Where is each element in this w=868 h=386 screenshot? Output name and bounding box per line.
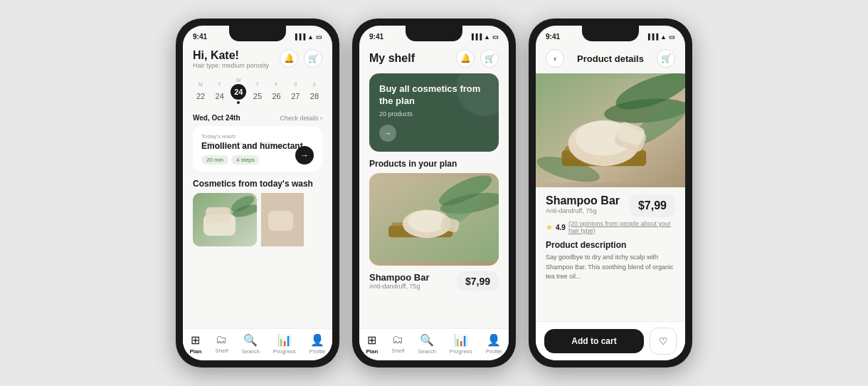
phone3-header: ‹ Product details 🛒 bbox=[536, 43, 685, 73]
product-detail-content: Shampoo Bar Anti-dandruff, 75g $7,99 ★ 4… bbox=[536, 187, 685, 321]
wishlist-button[interactable]: ♡ bbox=[650, 328, 677, 355]
progress-icon-1: 📊 bbox=[277, 333, 292, 347]
wash-arrow-button[interactable]: → bbox=[295, 146, 314, 165]
product-subtitle-2: Anti-dandruff, 75g bbox=[369, 283, 430, 290]
cal-day-thu[interactable]: T 25 bbox=[250, 82, 265, 104]
cal-day-fri[interactable]: F 26 bbox=[269, 82, 285, 104]
nav-plan-2[interactable]: ⊞ Plan bbox=[366, 333, 378, 355]
phone-1-content: Hi, Kate! Hair type: medium porosity 🔔 🛒… bbox=[183, 43, 332, 328]
phones-container: 9:41 ▐▐▐ ▲ ▭ Hi, Kate! Hair type: medium… bbox=[176, 19, 692, 367]
description-title: Product description bbox=[546, 240, 675, 250]
nav-profile-2[interactable]: 👤 Profile bbox=[486, 333, 502, 355]
phone-notch-2 bbox=[406, 26, 462, 41]
cosmetic-image-1[interactable] bbox=[193, 193, 257, 246]
wifi-icon-3: ▲ bbox=[660, 33, 667, 41]
shelf-icon-1: 🗂 bbox=[216, 333, 227, 346]
product-subtitle-3: Anti-dandruff, 75g bbox=[546, 207, 620, 214]
cal-day-sat[interactable]: S 27 bbox=[287, 82, 303, 104]
phone-3: 9:41 ▐▐▐ ▲ ▭ ‹ Product details 🛒 bbox=[529, 19, 692, 367]
status-icons-2: ▐▐▐ ▲ ▭ bbox=[470, 33, 499, 41]
phone-2: 9:41 ▐▐▐ ▲ ▭ My shelf 🔔 🛒 bbox=[352, 19, 516, 367]
cosmetic-image-2[interactable] bbox=[261, 193, 304, 246]
rating-link[interactable]: (20 opinions from people about your hair… bbox=[568, 220, 675, 234]
greeting-block: Hi, Kate! Hair type: medium porosity bbox=[193, 49, 269, 69]
cosmetics-section-title: Cosmetics from today's wash bbox=[183, 172, 332, 193]
phone-1: 9:41 ▐▐▐ ▲ ▭ Hi, Kate! Hair type: medium… bbox=[176, 19, 339, 367]
green-banner[interactable]: Buy all cosmetics from the plan 20 produ… bbox=[369, 73, 499, 152]
phone1-header: Hi, Kate! Hair type: medium porosity 🔔 🛒 bbox=[183, 43, 332, 73]
rating-number: 4.9 bbox=[556, 224, 566, 231]
calendar-days: M 22 T 24 W 24 T bbox=[193, 78, 322, 104]
phone2-header: My shelf 🔔 🛒 bbox=[359, 43, 509, 73]
date-header: Wed, Oct 24th Check details › bbox=[183, 108, 332, 126]
cart-button[interactable]: 🛒 bbox=[304, 49, 322, 68]
nav-search-2[interactable]: 🔍 Search bbox=[418, 333, 436, 355]
battery-icon-1: ▭ bbox=[316, 33, 322, 41]
product-card-2: Shampoo Bar Anti-dandruff, 75g $7,99 bbox=[359, 173, 509, 291]
nav-search-1[interactable]: 🔍 Search bbox=[242, 333, 260, 355]
products-section-title: Products in your plan bbox=[359, 152, 509, 173]
back-button[interactable]: ‹ bbox=[546, 49, 564, 68]
product-name-price-row: Shampoo Bar Anti-dandruff, 75g $7,99 bbox=[546, 194, 675, 217]
plan-label-1: Plan bbox=[189, 348, 201, 355]
signal-icon-3: ▐▐▐ bbox=[646, 33, 658, 40]
cal-day-wed[interactable]: W 24 bbox=[231, 78, 246, 104]
phone-1-screen: 9:41 ▐▐▐ ▲ ▭ Hi, Kate! Hair type: medium… bbox=[183, 26, 332, 360]
nav-progress-2[interactable]: 📊 Progress bbox=[450, 333, 472, 355]
nav-profile-1[interactable]: 👤 Profile bbox=[309, 333, 326, 355]
add-to-cart-bar: Add to cart ♡ bbox=[536, 321, 685, 360]
wifi-icon-2: ▲ bbox=[484, 33, 490, 41]
cart-button-3[interactable]: 🛒 bbox=[657, 49, 675, 68]
plan-label-2: Plan bbox=[366, 348, 378, 355]
product-price-box: $7,99 bbox=[630, 194, 675, 217]
cal-day-tue[interactable]: T 24 bbox=[212, 82, 228, 104]
cal-day-sun[interactable]: S 28 bbox=[307, 82, 322, 104]
cal-day-mon[interactable]: M 22 bbox=[193, 82, 208, 104]
progress-icon-2: 📊 bbox=[454, 333, 468, 347]
product-image-2[interactable] bbox=[369, 173, 499, 266]
product-details-title: Product details bbox=[568, 53, 652, 64]
search-label-2: Search bbox=[418, 348, 436, 355]
notification-button-2[interactable]: 🔔 bbox=[456, 49, 475, 68]
phone-notch-3 bbox=[582, 26, 639, 41]
greeting-text: Hi, Kate! bbox=[193, 49, 269, 62]
status-icons-3: ▐▐▐ ▲ ▭ bbox=[646, 33, 675, 41]
battery-icon-2: ▭ bbox=[492, 33, 499, 41]
profile-icon-2: 👤 bbox=[487, 333, 501, 347]
add-to-cart-button[interactable]: Add to cart bbox=[544, 329, 644, 353]
phone-2-screen: 9:41 ▐▐▐ ▲ ▭ My shelf 🔔 🛒 bbox=[359, 26, 509, 360]
svg-rect-4 bbox=[206, 207, 231, 223]
product-card-info-2: Shampoo Bar Anti-dandruff, 75g $7,99 bbox=[369, 266, 499, 291]
date-label: Wed, Oct 24th bbox=[193, 114, 240, 122]
check-details-link[interactable]: Check details › bbox=[280, 115, 322, 122]
status-time-2: 9:41 bbox=[369, 33, 383, 41]
signal-icon-2: ▐▐▐ bbox=[470, 33, 482, 40]
nav-shelf-2[interactable]: 🗂 Shelf bbox=[391, 333, 404, 355]
search-label-1: Search bbox=[242, 348, 260, 355]
status-time-3: 9:41 bbox=[546, 33, 560, 41]
price-badge-2[interactable]: $7,99 bbox=[457, 271, 499, 291]
phone-3-screen: 9:41 ▐▐▐ ▲ ▭ ‹ Product details 🛒 bbox=[536, 26, 685, 360]
product-name-2: Shampoo Bar bbox=[369, 272, 430, 283]
phone-2-content: My shelf 🔔 🛒 Buy all cosmetics from the … bbox=[359, 43, 509, 328]
banner-subtitle: 20 products bbox=[379, 110, 489, 118]
nav-progress-1[interactable]: 📊 Progress bbox=[273, 333, 296, 355]
notification-button[interactable]: 🔔 bbox=[280, 49, 298, 68]
product-name-big: Shampoo Bar bbox=[546, 194, 620, 207]
plan-icon-1: ⊞ bbox=[191, 333, 200, 347]
wash-card[interactable]: 〜〜〜 Today's wash: Emollient and humectan… bbox=[193, 126, 322, 172]
nav-plan-1[interactable]: ⊞ Plan bbox=[189, 333, 201, 355]
profile-label-1: Profile bbox=[309, 348, 326, 355]
cart-button-2[interactable]: 🛒 bbox=[480, 49, 499, 68]
product-hero-image bbox=[536, 73, 685, 187]
description-text: Say goodbye to dry and itchy scalp with … bbox=[546, 253, 675, 282]
progress-label-2: Progress bbox=[450, 348, 472, 355]
svg-point-14 bbox=[408, 210, 446, 232]
plan-icon-2: ⊞ bbox=[367, 333, 376, 347]
search-icon-2: 🔍 bbox=[420, 333, 434, 347]
product-name-block: Shampoo Bar Anti-dandruff, 75g bbox=[546, 194, 620, 214]
banner-arrow-button[interactable]: → bbox=[379, 125, 396, 142]
progress-label-1: Progress bbox=[273, 348, 296, 355]
decorative-squiggle: 〜〜〜 bbox=[201, 132, 287, 160]
nav-shelf-1[interactable]: 🗂 Shelf bbox=[215, 333, 228, 355]
